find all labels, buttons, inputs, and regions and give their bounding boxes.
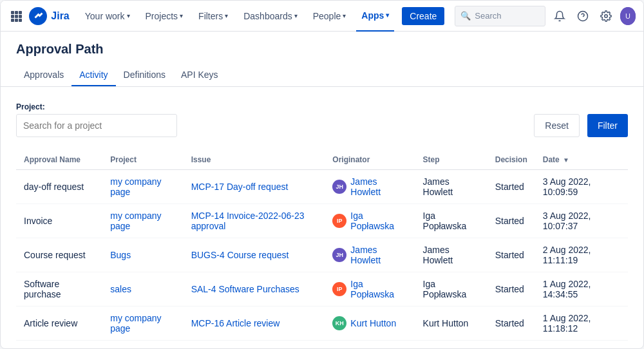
settings-icon[interactable]: [597, 6, 615, 26]
chevron-down-icon: ▾: [386, 12, 389, 19]
cell-project: sales: [102, 272, 183, 307]
cell-issue: MCP-14 Invoice-2022-06-23 approval: [184, 204, 325, 238]
cell-date: 1 Aug 2022, 11:10:43: [535, 341, 628, 349]
table-header-row: Approval Name Project Issue Originator S…: [16, 150, 628, 170]
originator-link[interactable]: Bianca Munroe: [350, 347, 407, 348]
search-placeholder: Search: [475, 11, 501, 21]
svg-rect-2: [19, 11, 22, 14]
project-filter-group: Project:: [16, 102, 177, 137]
svg-rect-1: [15, 11, 18, 14]
project-link[interactable]: my company page: [110, 313, 161, 334]
issue-link[interactable]: MCP-16 Article review: [191, 318, 280, 328]
tab-api-keys[interactable]: API Keys: [173, 64, 226, 86]
svg-point-11: [605, 14, 608, 17]
project-link[interactable]: Bugs: [110, 250, 131, 260]
cell-decision: Started: [488, 272, 535, 307]
global-search[interactable]: 🔍 Search: [455, 6, 545, 26]
tab-approvals[interactable]: Approvals: [16, 64, 71, 86]
table-row: Course request Bugs BUGS-4 Course reques…: [16, 238, 628, 272]
cell-project: my company page: [102, 307, 183, 341]
cell-date: 3 Aug 2022, 10:09:59: [535, 170, 628, 204]
originator-avatar: JH: [332, 248, 346, 262]
cell-date: 1 Aug 2022, 14:34:55: [535, 272, 628, 307]
reset-button[interactable]: Reset: [534, 114, 580, 137]
nav-dashboards[interactable]: Dashboards ▾: [238, 1, 303, 32]
chevron-down-icon: ▾: [225, 12, 228, 19]
project-link[interactable]: my company page: [110, 211, 161, 231]
project-label: Project:: [16, 102, 177, 111]
cell-originator: JH James Howlett: [325, 238, 415, 272]
cell-issue: BUGS-4 Course request: [184, 238, 325, 272]
table-row: Course request my company page MCP-15 Co…: [16, 341, 628, 349]
cell-step: Iga Popławska: [415, 204, 488, 238]
jira-logo[interactable]: Jira: [29, 7, 69, 25]
nav-apps[interactable]: Apps ▾: [356, 1, 394, 32]
cell-approval-name: Course request: [16, 341, 102, 349]
cell-approval-name: Software purchase: [16, 272, 102, 307]
nav-filters[interactable]: Filters ▾: [193, 1, 233, 32]
originator-link[interactable]: Kurt Hutton: [350, 318, 396, 328]
cell-issue: SAL-4 Software Purchases: [184, 272, 325, 307]
col-approval-name: Approval Name: [16, 150, 102, 170]
cell-date: 3 Aug 2022, 10:07:37: [535, 204, 628, 238]
cell-decision: Started: [488, 238, 535, 272]
table-body: day-off request my company page MCP-17 D…: [16, 170, 628, 349]
cell-step: James Howlett: [415, 238, 488, 272]
cell-originator: IP Iga Popławska: [325, 204, 415, 238]
cell-decision: Started: [488, 341, 535, 349]
tab-activity[interactable]: Activity: [71, 64, 115, 86]
originator-link[interactable]: Iga Popławska: [350, 279, 407, 299]
svg-rect-0: [11, 11, 14, 14]
originator-avatar: KH: [332, 316, 346, 330]
table-row: Software purchase sales SAL-4 Software P…: [16, 272, 628, 307]
nav-your-work[interactable]: Your work ▾: [80, 1, 135, 32]
issue-link[interactable]: MCP-17 Day-off request: [191, 182, 289, 192]
col-originator: Originator: [325, 150, 415, 170]
cell-issue: MCP-16 Article review: [184, 307, 325, 341]
top-nav: Jira Your work ▾ Projects ▾ Filters ▾ Da…: [1, 1, 643, 32]
cell-step: James Howlett: [415, 170, 488, 204]
tab-definitions[interactable]: Definitions: [116, 64, 173, 86]
cell-originator: BM Bianca Munroe: [325, 341, 415, 349]
logo-text: Jira: [51, 10, 69, 22]
table-row: Invoice my company page MCP-14 Invoice-2…: [16, 204, 628, 238]
originator-avatar: JH: [332, 180, 346, 194]
originator-link[interactable]: James Howlett: [350, 176, 407, 197]
cell-approval-name: Course request: [16, 238, 102, 272]
issue-link[interactable]: MCP-14 Invoice-2022-06-23 approval: [191, 211, 305, 231]
cell-decision: Started: [488, 204, 535, 238]
col-issue: Issue: [184, 150, 325, 170]
svg-rect-4: [15, 15, 18, 18]
filter-button[interactable]: Filter: [587, 114, 628, 137]
issue-link[interactable]: BUGS-4 Course request: [191, 250, 289, 260]
cell-project: my company page: [102, 204, 183, 238]
create-button[interactable]: Create: [402, 7, 444, 25]
col-decision: Decision: [488, 150, 535, 170]
cell-step: Kurt Hutton: [415, 307, 488, 341]
help-icon[interactable]: [574, 6, 592, 26]
avatar[interactable]: [620, 7, 636, 25]
project-link[interactable]: my company page: [110, 176, 161, 197]
nav-people[interactable]: People ▾: [308, 1, 352, 32]
chevron-down-icon: ▾: [180, 12, 183, 19]
page-title: Approval Path: [16, 42, 628, 57]
sort-icon: ▼: [563, 156, 569, 164]
nav-projects[interactable]: Projects ▾: [140, 1, 189, 32]
project-link[interactable]: sales: [110, 284, 131, 294]
col-date[interactable]: Date ▼: [535, 150, 628, 170]
issue-link[interactable]: SAL-4 Software Purchases: [191, 284, 299, 294]
chevron-down-icon: ▾: [127, 12, 130, 19]
grid-icon[interactable]: [8, 7, 24, 25]
filter-row: Project: Reset Filter: [16, 102, 628, 137]
notifications-icon[interactable]: [551, 6, 569, 26]
search-icon: 🔍: [460, 11, 471, 21]
project-search-input[interactable]: [16, 114, 177, 137]
project-link[interactable]: my company page: [110, 347, 161, 348]
originator-link[interactable]: James Howlett: [350, 245, 407, 265]
cell-approval-name: day-off request: [16, 170, 102, 204]
originator-avatar: IP: [332, 282, 346, 296]
activity-table: Approval Name Project Issue Originator S…: [16, 150, 628, 348]
svg-rect-3: [11, 15, 14, 18]
cell-date: 2 Aug 2022, 11:11:19: [535, 238, 628, 272]
originator-link[interactable]: Iga Popławska: [350, 211, 407, 231]
